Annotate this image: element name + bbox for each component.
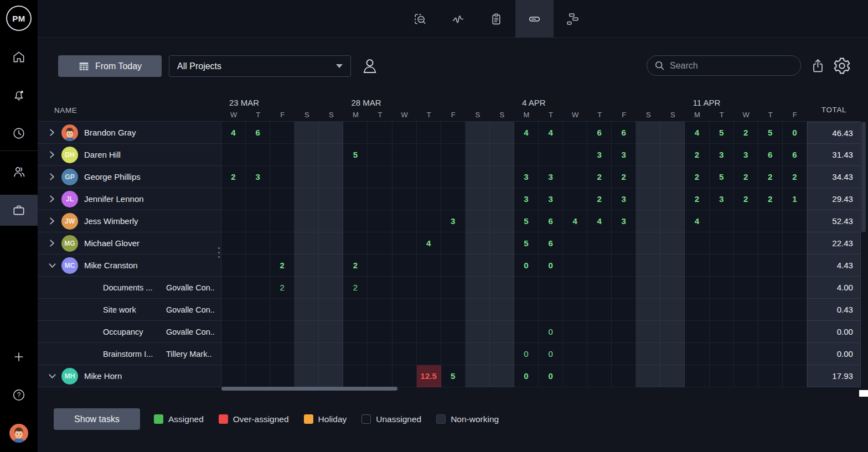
settings-button[interactable]: [831, 55, 852, 77]
day-cell[interactable]: 4: [685, 210, 709, 232]
day-cell[interactable]: [221, 188, 246, 210]
day-cell[interactable]: [392, 122, 417, 144]
day-cell[interactable]: [734, 210, 758, 232]
day-cell[interactable]: [636, 365, 660, 387]
name-cell[interactable]: JLJennifer Lennon: [38, 188, 221, 210]
day-cell[interactable]: [368, 254, 392, 277]
day-cell[interactable]: [783, 210, 807, 232]
day-cell[interactable]: 3: [710, 188, 734, 210]
day-cell[interactable]: [636, 232, 660, 254]
day-cell[interactable]: [392, 299, 417, 321]
day-cell[interactable]: [343, 210, 368, 232]
day-cell[interactable]: [710, 365, 734, 387]
day-cell[interactable]: [490, 321, 514, 343]
day-cell[interactable]: [270, 188, 294, 210]
day-cell[interactable]: [783, 343, 807, 365]
day-cell[interactable]: [392, 144, 417, 166]
day-cell[interactable]: [417, 299, 441, 321]
day-cell[interactable]: [466, 122, 490, 144]
day-cell[interactable]: [490, 144, 514, 166]
day-cell[interactable]: 4: [539, 122, 563, 144]
day-cell[interactable]: 2: [270, 277, 294, 299]
day-cell[interactable]: [319, 232, 343, 254]
day-cell[interactable]: [221, 343, 246, 365]
day-cell[interactable]: [343, 365, 368, 387]
day-cell[interactable]: [441, 166, 466, 188]
sidebar-item-projects[interactable]: [0, 195, 38, 226]
day-cell[interactable]: [294, 188, 319, 210]
day-cell[interactable]: [660, 254, 685, 277]
day-cell[interactable]: [441, 232, 466, 254]
name-cell[interactable]: Site workGovalle Con..: [38, 299, 221, 321]
day-cell[interactable]: [734, 343, 758, 365]
sidebar-item-notifications[interactable]: [0, 80, 38, 111]
day-cell[interactable]: [246, 210, 270, 232]
name-cell[interactable]: Documents ...Govalle Con..: [38, 277, 221, 299]
day-cell[interactable]: [343, 188, 368, 210]
day-cell[interactable]: [563, 232, 587, 254]
day-cell[interactable]: [466, 277, 490, 299]
day-cell[interactable]: [563, 299, 587, 321]
day-cell[interactable]: [246, 277, 270, 299]
day-cell[interactable]: [490, 277, 514, 299]
day-cell[interactable]: [319, 210, 343, 232]
day-cell[interactable]: [587, 254, 612, 277]
day-cell[interactable]: 0: [783, 122, 807, 144]
day-cell[interactable]: 0: [539, 365, 563, 387]
day-cell[interactable]: [539, 277, 563, 299]
name-cell[interactable]: JWJess Wimberly: [38, 210, 221, 232]
day-cell[interactable]: 4: [514, 122, 539, 144]
day-cell[interactable]: [758, 343, 783, 365]
day-cell[interactable]: [636, 144, 660, 166]
tab-zoom-search[interactable]: [401, 0, 439, 38]
day-cell[interactable]: [490, 299, 514, 321]
day-cell[interactable]: 2: [734, 166, 758, 188]
day-cell[interactable]: [514, 144, 539, 166]
name-cell[interactable]: MCMike Cranston: [38, 254, 221, 277]
vertical-scrollbar[interactable]: [861, 122, 866, 232]
day-cell[interactable]: [490, 254, 514, 277]
day-cell[interactable]: 0: [539, 321, 563, 343]
day-cell[interactable]: [563, 166, 587, 188]
day-cell[interactable]: [636, 166, 660, 188]
day-cell[interactable]: [294, 210, 319, 232]
day-cell[interactable]: [783, 277, 807, 299]
name-cell[interactable]: MHMike Horn: [38, 365, 221, 387]
day-cell[interactable]: [441, 321, 466, 343]
day-cell[interactable]: [246, 299, 270, 321]
day-cell[interactable]: [294, 321, 319, 343]
day-cell[interactable]: [466, 166, 490, 188]
day-cell[interactable]: [783, 365, 807, 387]
column-resize-handle[interactable]: [218, 247, 220, 258]
day-cell[interactable]: 5: [710, 166, 734, 188]
day-cell[interactable]: 3: [612, 144, 636, 166]
day-cell[interactable]: [246, 343, 270, 365]
search-input[interactable]: Search: [647, 55, 801, 76]
day-cell[interactable]: 2: [270, 254, 294, 277]
day-cell[interactable]: [417, 210, 441, 232]
day-cell[interactable]: [612, 254, 636, 277]
day-cell[interactable]: [612, 232, 636, 254]
collapse-chevron-icon[interactable]: [48, 373, 56, 380]
day-cell[interactable]: [587, 232, 612, 254]
day-cell[interactable]: [319, 277, 343, 299]
resource-filter-button[interactable]: [359, 55, 381, 77]
day-cell[interactable]: [734, 254, 758, 277]
day-cell[interactable]: 0: [539, 343, 563, 365]
day-cell[interactable]: [490, 210, 514, 232]
day-cell[interactable]: 6: [758, 144, 783, 166]
day-cell[interactable]: [466, 365, 490, 387]
day-cell[interactable]: [466, 210, 490, 232]
day-cell[interactable]: [514, 299, 539, 321]
day-cell[interactable]: [612, 321, 636, 343]
day-cell[interactable]: [319, 343, 343, 365]
day-cell[interactable]: [710, 254, 734, 277]
day-cell[interactable]: [734, 365, 758, 387]
day-cell[interactable]: [636, 321, 660, 343]
day-cell[interactable]: [563, 277, 587, 299]
day-cell[interactable]: [660, 343, 685, 365]
day-cell[interactable]: [466, 232, 490, 254]
day-cell[interactable]: [660, 321, 685, 343]
day-cell[interactable]: [221, 144, 246, 166]
day-cell[interactable]: 6: [783, 144, 807, 166]
